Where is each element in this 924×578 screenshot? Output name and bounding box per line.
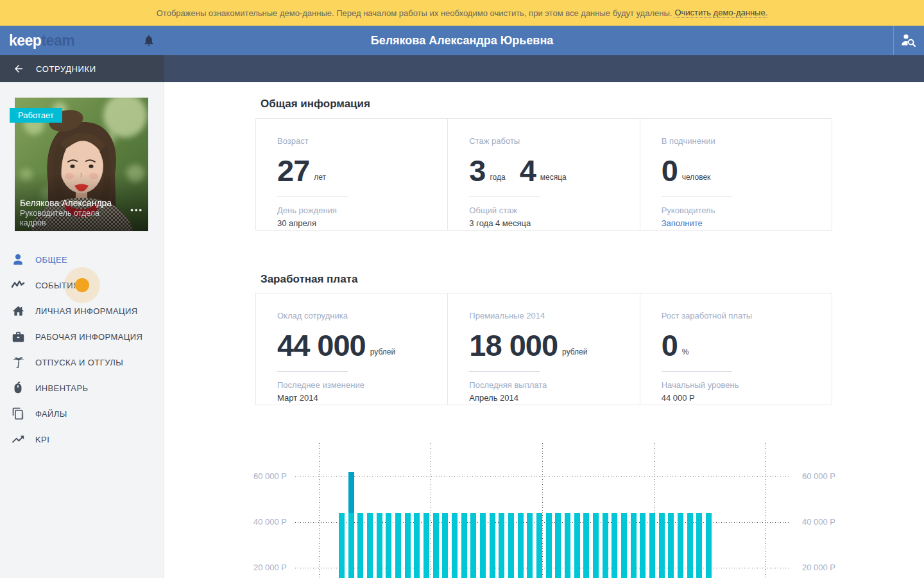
bonus-card: Премиальные 2014 18 000 рублей Последняя… bbox=[447, 293, 639, 405]
salary-bar[interactable] bbox=[696, 513, 702, 578]
initial-level-value: 44 000 Р bbox=[662, 393, 832, 403]
salary-bar[interactable] bbox=[480, 513, 486, 578]
age-card: Возраст 27 лет День рождения 30 апреля bbox=[256, 119, 447, 230]
palm-icon bbox=[10, 355, 26, 370]
y-axis-tick: 20 000 Р bbox=[802, 562, 841, 574]
sidebar-item-work-info[interactable]: РАБОЧАЯ ИНФОРМАЦИЯ bbox=[0, 324, 164, 349]
salary-bar[interactable] bbox=[527, 513, 533, 578]
salary-bar[interactable] bbox=[593, 513, 599, 578]
salary-bar[interactable] bbox=[687, 513, 693, 578]
salary-bar[interactable] bbox=[508, 513, 514, 578]
salary-bar[interactable] bbox=[574, 513, 580, 578]
salary-bar[interactable] bbox=[640, 513, 646, 578]
last-payment-value: Апрель 2014 bbox=[469, 393, 639, 403]
salary-bar[interactable] bbox=[499, 513, 504, 578]
back-to-employees[interactable]: СОТРУДНИКИ bbox=[0, 55, 164, 82]
salary-bar[interactable] bbox=[659, 513, 665, 578]
salary-bar[interactable] bbox=[536, 513, 542, 578]
salary-bar[interactable] bbox=[424, 513, 429, 578]
tenure-months-value: 4 bbox=[520, 157, 536, 184]
card-label: Рост заработной платы bbox=[662, 311, 832, 320]
header-divider bbox=[893, 26, 894, 55]
sidebar-item-inventory[interactable]: ИНВЕНТАРЬ bbox=[0, 375, 164, 401]
employee-role: Руководитель отдела кадров bbox=[20, 209, 119, 228]
salary-bar[interactable] bbox=[461, 513, 467, 578]
card-divider bbox=[662, 371, 732, 372]
fill-manager-link[interactable]: Заполните bbox=[662, 218, 832, 228]
salary-bar[interactable] bbox=[442, 513, 448, 578]
sidebar-item-files[interactable]: ФАЙЛЫ bbox=[0, 401, 164, 426]
age-value: 27 bbox=[277, 157, 309, 184]
card-label: Оклад сотрудника bbox=[277, 311, 447, 320]
salary-bar[interactable] bbox=[433, 513, 439, 578]
card-divider bbox=[277, 197, 348, 197]
salary-bar[interactable] bbox=[668, 513, 674, 578]
gridline bbox=[319, 443, 320, 578]
tenure-years-unit: года bbox=[490, 173, 505, 184]
logo-team: team bbox=[41, 32, 74, 49]
salary-bar[interactable] bbox=[367, 513, 373, 578]
salary-bar[interactable] bbox=[583, 513, 589, 578]
user-icon bbox=[10, 252, 26, 267]
back-arrow-icon bbox=[13, 63, 24, 74]
y-axis-tick: 40 000 Р bbox=[248, 516, 287, 528]
clear-demo-data-link[interactable]: Очистить демо-данные. bbox=[674, 8, 767, 18]
sidebar-item-general[interactable]: ОБЩЕЕ bbox=[0, 247, 164, 272]
salary-value: 44 000 bbox=[277, 331, 366, 359]
salary-bar[interactable] bbox=[621, 513, 627, 578]
salary-bar[interactable] bbox=[555, 513, 561, 578]
salary-bar[interactable] bbox=[339, 513, 345, 578]
salary-bar[interactable] bbox=[490, 513, 495, 578]
sidebar-menu: ОБЩЕЕ СОБЫТИЯ ЛИЧНАЯ ИНФОРМАЦИЯ РАБОЧАЯ … bbox=[0, 247, 164, 452]
notifications-bell-icon[interactable] bbox=[142, 34, 155, 47]
salary-bar[interactable] bbox=[678, 513, 683, 578]
salary-chart: 60 000 Р 40 000 Р 20 000 Р 60 000 Р 40 0… bbox=[0, 443, 924, 578]
y-axis-tick: 20 000 Р bbox=[248, 562, 287, 574]
salary-bar[interactable] bbox=[357, 513, 363, 578]
salary-bar[interactable] bbox=[706, 513, 712, 578]
birthday-value: 30 апреля bbox=[277, 218, 447, 228]
total-tenure-value: 3 года 4 месяца bbox=[469, 218, 639, 228]
salary-bar[interactable] bbox=[452, 513, 458, 578]
sidebar-item-label: ОБЩЕЕ bbox=[35, 255, 67, 265]
gridline bbox=[542, 443, 543, 578]
sidebar-item-label: ОТПУСКА И ОТГУЛЫ bbox=[35, 358, 123, 367]
events-hint-dot[interactable] bbox=[75, 278, 89, 292]
gridline bbox=[431, 443, 431, 578]
sidebar-item-personal-info[interactable]: ЛИЧНАЯ ИНФОРМАЦИЯ bbox=[0, 298, 164, 324]
salary-bar[interactable] bbox=[470, 513, 476, 578]
keepteam-logo[interactable]: keepteam bbox=[9, 26, 74, 55]
salary-bar[interactable] bbox=[386, 513, 391, 578]
salary-bar[interactable] bbox=[546, 513, 552, 578]
bonus-bar-segment[interactable] bbox=[348, 472, 354, 513]
sidebar-item-vacations[interactable]: ОТПУСКА И ОТГУЛЫ bbox=[0, 349, 164, 375]
age-unit: лет bbox=[314, 173, 326, 184]
subordinates-value: 0 bbox=[662, 157, 678, 184]
salary-bar[interactable] bbox=[649, 513, 655, 578]
employee-photo: Работает Белякова Александра Руководител… bbox=[15, 98, 148, 231]
salary-bar[interactable] bbox=[405, 513, 411, 578]
salary-bar[interactable] bbox=[348, 472, 354, 578]
salary-bar[interactable] bbox=[518, 513, 524, 578]
salary-bar[interactable] bbox=[565, 513, 570, 578]
briefcase-icon bbox=[10, 329, 26, 344]
salary-bar[interactable] bbox=[631, 513, 637, 578]
general-cards-row: Возраст 27 лет День рождения 30 апреля С… bbox=[255, 118, 832, 231]
profile-actions-menu[interactable]: ••• bbox=[130, 206, 143, 215]
mouse-icon bbox=[10, 380, 26, 396]
salary-bar[interactable] bbox=[612, 513, 617, 578]
card-label: Премиальные 2014 bbox=[469, 311, 639, 320]
employee-search-icon[interactable] bbox=[900, 32, 916, 49]
salary-bar[interactable] bbox=[395, 513, 401, 578]
logo-keep: keep bbox=[9, 32, 41, 49]
gridline bbox=[766, 443, 766, 578]
salary-bar[interactable] bbox=[377, 513, 382, 578]
demo-banner: Отображены ознакомительные демо-данные. … bbox=[0, 0, 924, 26]
files-icon bbox=[10, 406, 26, 421]
gridline bbox=[295, 477, 791, 477]
sidebar-item-label: ИНВЕНТАРЬ bbox=[35, 383, 88, 393]
salary-bar[interactable] bbox=[414, 513, 420, 578]
tenure-card: Стаж работы 3 года 4 месяца Общий стаж 3… bbox=[447, 119, 639, 230]
salary-cards-row: Оклад сотрудника 44 000 рублей Последнее… bbox=[255, 293, 832, 405]
salary-bar[interactable] bbox=[603, 513, 608, 578]
